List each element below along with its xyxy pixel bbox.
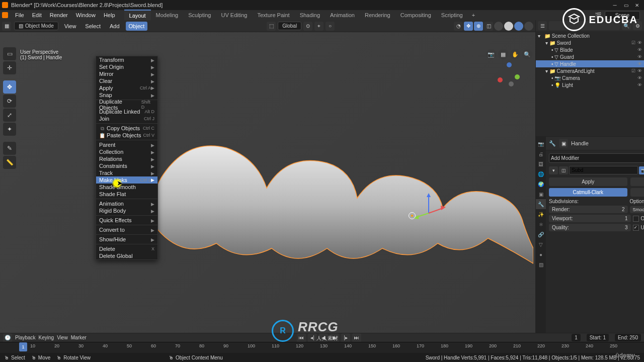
tool-cursor[interactable]: ✛ [3, 61, 16, 74]
workspace-tab-animation[interactable]: Animation [325, 10, 360, 20]
menu-help[interactable]: Help [100, 11, 119, 20]
menu-item-duplicate-linked[interactable]: Duplicate LinkedAlt D [96, 108, 157, 115]
menu-item-shade-smooth[interactable]: Shade Smooth [96, 184, 157, 191]
menu-item-make-links[interactable]: Make LinksCtrl L▶ [96, 176, 157, 184]
end-frame-field[interactable]: End: 250 [615, 334, 641, 341]
mode-selector[interactable]: ▧ Object Mode [14, 22, 58, 30]
prop-tab-constraints[interactable]: 🔗 [536, 229, 546, 239]
menu-item-join[interactable]: JoinCtrl J [96, 115, 157, 122]
minimize-button[interactable]: ─ [610, 2, 620, 9]
viewport-menu-add[interactable]: Add [107, 22, 123, 31]
menu-window[interactable]: Window [72, 11, 100, 20]
prop-pin-icon[interactable]: ▣ [559, 139, 568, 148]
use-creases-checkbox[interactable] [633, 225, 639, 231]
viewport-menu-select[interactable]: Select [82, 22, 104, 31]
start-frame-field[interactable]: Start: 1 [587, 334, 609, 341]
timeline-playback-menu[interactable]: Playback [15, 335, 36, 340]
jump-end-icon[interactable]: ⏭ [352, 333, 361, 342]
tool-annotate[interactable]: ✎ [3, 142, 16, 155]
prop-tab-physics[interactable]: ⚛ [536, 219, 546, 229]
overlay-toggle-icon[interactable]: ⊕ [474, 22, 483, 31]
timeline-keying-menu[interactable]: Keying [39, 335, 54, 340]
prop-tab-world[interactable]: 🌍 [536, 179, 546, 189]
viewport-menu-view[interactable]: View [61, 22, 79, 31]
pan-icon[interactable]: ✋ [510, 49, 520, 59]
timeline-ruler[interactable]: 1 10203040506070809010011012013014015016… [0, 342, 644, 351]
shading-solid[interactable] [504, 22, 513, 31]
optimal-display-checkbox[interactable] [633, 216, 639, 222]
keyframe-next-icon[interactable]: |▸ [341, 333, 350, 342]
workspace-tab-shading[interactable]: Shading [295, 10, 325, 20]
menu-item-convert-to[interactable]: Convert to▶ [96, 226, 157, 233]
menu-edit[interactable]: Edit [28, 11, 46, 20]
prop-tab-texture[interactable]: ▨ [536, 259, 546, 269]
workspace-tab-compositing[interactable]: Compositing [395, 10, 436, 20]
shading-lookdev[interactable] [514, 22, 523, 31]
prop-tab-object[interactable]: ▣ [536, 189, 546, 199]
prop-tab-mesh[interactable]: ▽ [536, 239, 546, 249]
outliner-scene-collection[interactable]: ▾📁 Scene Collection [536, 32, 644, 39]
outliner-editor-icon[interactable]: ☰ [538, 21, 547, 30]
tool-measure[interactable]: 📏 [3, 156, 16, 169]
maximize-button[interactable]: ▭ [621, 2, 631, 9]
3d-viewport[interactable]: User Perspective (1) Sword | Handle ▭ ✛ … [0, 32, 535, 333]
timeline-marker-menu[interactable]: Marker [71, 335, 87, 340]
menu-item-collection[interactable]: Collection▶ [96, 148, 157, 155]
modifier-simple-button[interactable]: Simple [630, 188, 645, 197]
workspace-tab-scripting[interactable]: Scripting [436, 10, 468, 20]
modifier-name-field[interactable] [569, 166, 638, 174]
prop-tab-output[interactable]: 🖨 [536, 149, 546, 159]
menu-file[interactable]: File [11, 11, 28, 20]
workspace-tab-layout[interactable]: Layout [124, 10, 151, 21]
menu-item-snap[interactable]: Snap▶ [96, 92, 157, 99]
zoom-icon[interactable]: 🔍 [522, 49, 532, 59]
timeline-editor-icon[interactable]: 🕐 [3, 333, 12, 342]
menu-item-copy-objects[interactable]: ⧉ Copy ObjectsCtrl C [96, 125, 157, 132]
xray-toggle-icon[interactable]: ◫ [484, 22, 493, 31]
workspace-tab-texturepaint[interactable]: Texture Paint [252, 10, 294, 20]
outliner-item-sword[interactable]: ▾ 📁 Sword☑👁 [536, 39, 644, 46]
outliner-item-cameraandlight[interactable]: ▾ 📁 CameraAndLight☑👁 [536, 67, 644, 74]
outliner-item-handle[interactable]: • ▽ Handle👁 [536, 60, 644, 67]
menu-item-quick-effects[interactable]: Quick Effects▶ [96, 217, 157, 224]
workspace-tab-sculpting[interactable]: Sculpting [183, 10, 216, 20]
menu-item-shade-flat[interactable]: Shade Flat [96, 191, 157, 198]
menu-item-transform[interactable]: Transform▶ [96, 56, 157, 63]
gizmo-toggle-icon[interactable]: ✥ [464, 22, 473, 31]
render-subdivisions-field[interactable]: Render:2 [549, 206, 628, 213]
menu-item-duplicate-objects[interactable]: Duplicate ObjectsShift D [96, 101, 157, 108]
menu-item-parent[interactable]: Parent▶ [96, 141, 157, 148]
mesh-select-mode-icon[interactable]: ◔ [454, 22, 463, 31]
workspace-add-button[interactable]: + [468, 10, 479, 20]
prop-tab-particles[interactable]: ✨ [536, 209, 546, 219]
tool-move[interactable]: ✥ [3, 80, 16, 94]
menu-item-relations[interactable]: Relations▶ [96, 155, 157, 162]
menu-item-constraints[interactable]: Constraints▶ [96, 162, 157, 169]
workspace-tab-uvediting[interactable]: UV Editing [216, 10, 252, 20]
outliner-item-light[interactable]: • 💡 Light👁 [536, 81, 644, 88]
pivot-icon[interactable]: ⊙ [303, 22, 312, 31]
editor-type-icon[interactable]: ▦ [2, 22, 11, 31]
menu-render[interactable]: Render [46, 11, 72, 20]
proportional-icon[interactable]: ○ [326, 22, 335, 31]
menu-item-track[interactable]: Track▶ [96, 169, 157, 176]
orientation-icon[interactable]: ⬚ [267, 22, 276, 31]
shading-rendered[interactable] [524, 22, 533, 31]
modifier-copy-button[interactable]: Copy [630, 177, 645, 186]
outliner-item-camera[interactable]: • 📷 Camera👁 [536, 74, 644, 81]
outliner-item-guard[interactable]: • ▽ Guard👁 [536, 53, 644, 60]
prop-tab-scene[interactable]: 🌐 [536, 169, 546, 179]
tool-scale[interactable]: ⤢ [3, 109, 16, 122]
current-frame-field[interactable]: 1 [572, 334, 581, 341]
menu-item-paste-objects[interactable]: 📋 Paste ObjectsCtrl V [96, 132, 157, 139]
menu-item-set-origin[interactable]: Set Origin▶ [96, 63, 157, 70]
prop-tab-modifiers[interactable]: 🔧 [536, 199, 546, 209]
workspace-tab-rendering[interactable]: Rendering [360, 10, 395, 20]
axis-navigation-widget[interactable] [497, 62, 522, 87]
workspace-tab-modeling[interactable]: Modeling [151, 10, 184, 20]
move-gizmo[interactable] [414, 193, 449, 224]
menu-item-delete-global[interactable]: Delete Global [96, 252, 157, 259]
prop-tab-render[interactable]: 📷 [536, 139, 546, 149]
modifier-apply-button[interactable]: Apply [549, 177, 627, 186]
outliner-item-blade[interactable]: • ▽ Blade👁 [536, 46, 644, 53]
